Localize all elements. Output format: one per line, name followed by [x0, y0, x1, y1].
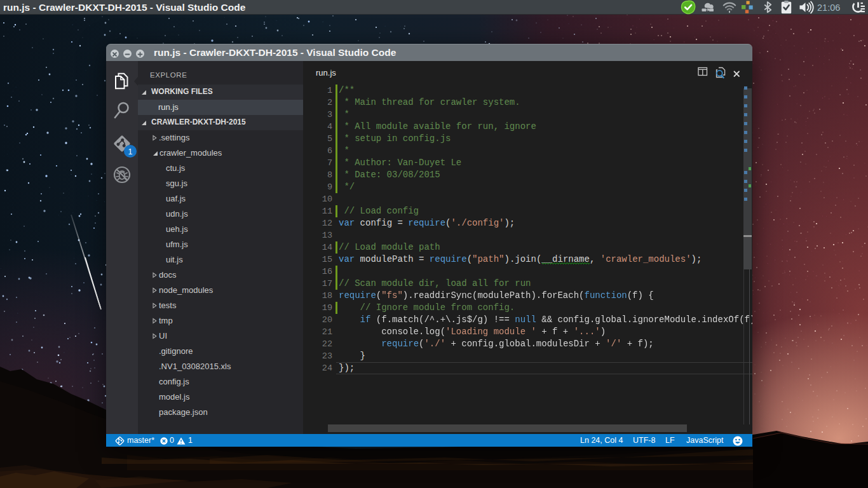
svg-text:1: 1 — [128, 147, 133, 156]
svg-text:21:06: 21:06 — [817, 3, 840, 13]
